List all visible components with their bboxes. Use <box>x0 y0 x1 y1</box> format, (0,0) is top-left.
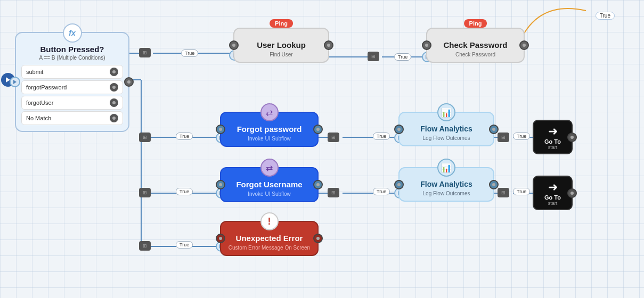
true-badge-goto2: True <box>513 188 530 195</box>
decision-node[interactable]: fx Button Pressed? A == B (Multiple Cond… <box>15 32 129 132</box>
multi-port-after-forgot-user: ⊞ <box>328 188 339 197</box>
error-left-port <box>216 234 225 243</box>
goto-1-node[interactable]: ➜ Go To start <box>533 120 573 154</box>
check-password-left-port <box>422 40 431 50</box>
goto2-title: Go To <box>544 194 561 201</box>
forgot-pw-right-port <box>313 125 323 134</box>
user-lookup-subtitle: Find User <box>234 52 328 62</box>
error-badge: ! <box>260 212 279 230</box>
analytics2-subtitle: Log Flow Outcomes <box>400 191 493 201</box>
true-badge-forgot-pw: True <box>176 133 193 140</box>
user-lookup-left-port <box>229 40 239 50</box>
forgot-username-node[interactable]: ⇄ Forgot Username Invoke UI Subflow <box>220 167 319 202</box>
analytics1-right-port <box>489 125 499 134</box>
branch-forgot-user: forgotUser <box>21 96 123 110</box>
check-password-right-port <box>519 40 529 50</box>
analytics1-badge: 📊 <box>437 103 455 121</box>
decision-right-port <box>124 77 134 87</box>
analytics1-subtitle: Log Flow Outcomes <box>400 135 493 145</box>
branch-forgot-password-dot <box>110 83 118 92</box>
user-lookup-ping-badge: Ping <box>270 19 293 28</box>
branch-submit-label: submit <box>26 69 43 75</box>
forgot-user-subtitle: Invoke UI Subflow <box>221 191 317 201</box>
branch-forgot-user-label: forgotUser <box>26 100 53 106</box>
multi-port-forgot-user: ⊞ <box>139 188 151 197</box>
multi-port-after-analytics1: ⊞ <box>498 133 509 142</box>
fx-icon: fx <box>63 23 82 43</box>
check-password-node[interactable]: Ping Check Password Check Password <box>426 28 525 63</box>
multi-port-user-lookup: ⊞ <box>368 52 379 61</box>
analytics2-badge: 📊 <box>437 159 455 177</box>
branch-no-match-label: No Match <box>26 115 51 121</box>
true-badge-goto1: True <box>513 133 530 140</box>
forgot-user-subflow-badge: ⇄ <box>260 159 279 177</box>
goto-2-node[interactable]: ➜ Go To start <box>533 176 573 210</box>
branch-no-match: No Match <box>21 111 123 125</box>
multi-port-no-match: ⊞ <box>139 241 151 251</box>
forgot-pw-left-port <box>216 125 225 134</box>
flow-analytics-1-node[interactable]: 📊 Flow Analytics Log Flow Outcomes <box>398 112 494 146</box>
goto2-subtitle: start <box>548 201 558 206</box>
goto1-right-port <box>567 133 577 142</box>
analytics2-left-port <box>394 180 404 189</box>
forgot-password-node[interactable]: ⇄ Forgot password Invoke UI Subflow <box>220 112 319 147</box>
branch-forgot-user-dot <box>110 98 118 107</box>
error-subtitle: Custom Error Message On Screen <box>221 245 317 255</box>
branch-list: submit forgotPassword forgotUser No Matc… <box>16 65 128 125</box>
true-badge-analytics2: True <box>373 188 390 195</box>
check-password-title: Check Password <box>427 29 524 52</box>
branch-no-match-dot <box>110 114 118 122</box>
analytics1-left-port <box>394 125 404 134</box>
true-badge-forgot-user: True <box>176 188 193 195</box>
true-label-top-right: True <box>596 12 615 20</box>
flow-analytics-2-node[interactable]: 📊 Flow Analytics Log Flow Outcomes <box>398 167 494 202</box>
multi-port-forgot-pw: ⊞ <box>139 133 151 142</box>
check-password-ping-badge: Ping <box>464 19 487 28</box>
branch-submit-dot <box>110 68 118 76</box>
forgot-user-left-port <box>216 180 225 189</box>
flow-canvas: fx Button Pressed? A == B (Multiple Cond… <box>0 0 644 298</box>
true-badge-submit: True <box>181 49 198 57</box>
goto2-arrow-icon: ➜ <box>548 180 558 194</box>
multi-port-after-analytics2: ⊞ <box>498 188 509 197</box>
branch-forgot-password-label: forgotPassword <box>26 84 67 90</box>
goto1-title: Go To <box>544 138 561 145</box>
true-badge-analytics1: True <box>373 133 390 140</box>
user-lookup-title: User Lookup <box>234 29 328 52</box>
analytics2-right-port <box>489 180 499 189</box>
multi-port-top: ⊞ <box>139 48 151 57</box>
decision-play-port <box>10 77 20 87</box>
forgot-pw-subflow-badge: ⇄ <box>260 103 279 121</box>
user-lookup-right-port <box>324 40 333 50</box>
multi-port-after-forgot-pw: ⊞ <box>328 133 339 142</box>
true-badge-no-match: True <box>176 241 193 249</box>
forgot-pw-subtitle: Invoke UI Subflow <box>221 136 317 146</box>
user-lookup-node[interactable]: Ping User Lookup Find User <box>233 28 329 63</box>
error-right-port <box>313 234 323 243</box>
goto2-right-port <box>567 188 577 198</box>
branch-submit: submit <box>21 65 123 79</box>
decision-subtitle: A == B (Multiple Conditions) <box>16 55 128 61</box>
check-password-subtitle: Check Password <box>427 52 524 62</box>
goto1-arrow-icon: ➜ <box>548 125 558 138</box>
forgot-user-right-port <box>313 180 323 189</box>
branch-forgot-password: forgotPassword <box>21 80 123 94</box>
unexpected-error-node[interactable]: ! Unexpected Error Custom Error Message … <box>220 221 319 256</box>
goto1-subtitle: start <box>548 145 558 150</box>
true-badge-check-password: True <box>394 53 411 61</box>
